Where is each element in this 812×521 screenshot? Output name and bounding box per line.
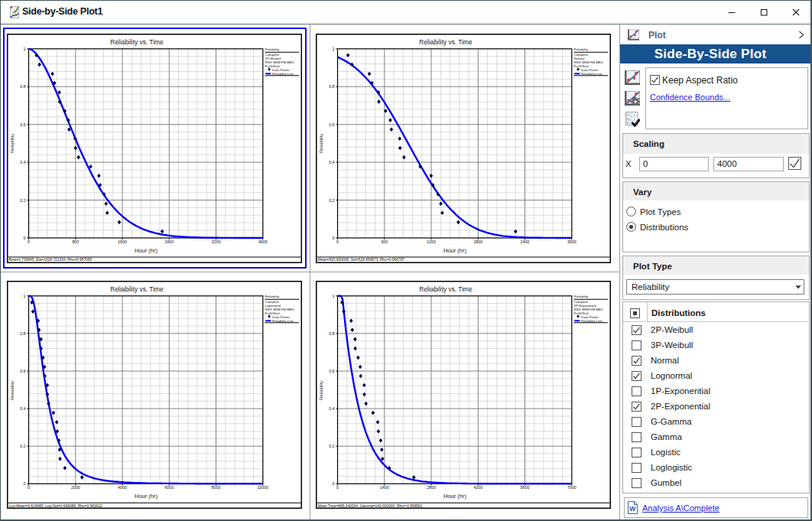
svg-text:3000: 3000 — [567, 239, 577, 244]
svg-text:0.6: 0.6 — [20, 122, 25, 127]
svg-text:Mean=903.900009, Std=528.86967: Mean=903.900009, Std=528.869673, Rho=0.9… — [318, 258, 405, 262]
svg-text:0.2: 0.2 — [20, 444, 25, 448]
svg-text:0.2: 0.2 — [20, 198, 25, 203]
svg-text:0.4: 0.4 — [20, 160, 25, 164]
svg-text:20: 20 — [626, 112, 630, 116]
svg-text:Hour (hr): Hour (hr) — [135, 247, 158, 254]
svg-text:Reliability: Reliability — [574, 295, 589, 298]
svg-text:2400: 2400 — [521, 239, 530, 244]
svg-text:Beta=1.739945, Eta=1026.721334: Beta=1.739945, Eta=1026.721334, Rho=0.98… — [9, 258, 93, 262]
svg-text:10000: 10000 — [257, 485, 268, 490]
svg-text:0: 0 — [28, 485, 30, 490]
svg-text:0.2: 0.2 — [329, 444, 334, 448]
svg-text:Reliability vs. Time: Reliability vs. Time — [110, 285, 164, 293]
svg-text:Reliability vs. Time: Reliability vs. Time — [419, 38, 473, 46]
svg-text:0.4: 0.4 — [329, 160, 334, 164]
svg-text:0.4: 0.4 — [329, 406, 334, 411]
svg-text:0.6: 0.6 — [329, 369, 334, 373]
svg-text:30: 30 — [626, 117, 630, 121]
svg-text:Reliability: Reliability — [265, 47, 280, 51]
svg-text:1600: 1600 — [118, 239, 127, 244]
svg-text:0.8: 0.8 — [20, 331, 25, 336]
svg-text:Hour (hr): Hour (hr) — [443, 493, 467, 500]
svg-text:5600: 5600 — [521, 485, 530, 490]
svg-text:1200: 1200 — [427, 239, 436, 244]
svg-text:Reliability Line: Reliability Line — [272, 72, 294, 76]
svg-text:3200: 3200 — [212, 239, 221, 244]
svg-text:Reliability Line: Reliability Line — [581, 72, 603, 76]
svg-text:Reliability: Reliability — [319, 381, 323, 400]
svg-text:0: 0 — [336, 239, 339, 244]
svg-text:0: 0 — [28, 239, 30, 244]
svg-text:0.4: 0.4 — [20, 406, 25, 411]
svg-text:2400: 2400 — [164, 239, 174, 244]
svg-text:Reliability vs. Time: Reliability vs. Time — [419, 285, 473, 293]
svg-text:0: 0 — [24, 481, 26, 486]
svg-text:1: 1 — [24, 47, 26, 51]
svg-text:8000: 8000 — [212, 485, 221, 490]
svg-text:Reliability Line: Reliability Line — [272, 319, 294, 323]
svg-text:Reliability: Reliability — [319, 134, 323, 153]
svg-text:4000: 4000 — [258, 239, 268, 244]
svg-text:1: 1 — [24, 294, 26, 298]
svg-text:Log-Mean=6.619685, Log-Std=0.6: Log-Mean=6.619685, Log-Std=0.696089, Rho… — [9, 504, 102, 508]
svg-text:6000: 6000 — [164, 485, 174, 490]
svg-text:W: W — [629, 505, 636, 513]
svg-text:1800: 1800 — [473, 239, 482, 244]
svg-text:0.6: 0.6 — [329, 122, 334, 127]
svg-text:Hour (hr): Hour (hr) — [135, 493, 158, 500]
svg-text:Mean Time=685.042004, Gamma=14: Mean Time=685.042004, Gamma=140.000000, … — [318, 504, 423, 508]
svg-text:800: 800 — [72, 239, 79, 244]
svg-text:0: 0 — [336, 485, 339, 490]
svg-text:600: 600 — [381, 239, 388, 244]
svg-text:1: 1 — [333, 294, 335, 298]
svg-text:0.8: 0.8 — [20, 84, 25, 89]
svg-text:0: 0 — [24, 236, 26, 240]
svg-text:Reliability: Reliability — [265, 295, 280, 298]
svg-text:Reliability vs. Time: Reliability vs. Time — [110, 38, 164, 46]
svg-text:1: 1 — [333, 47, 335, 51]
svg-text:2800: 2800 — [427, 485, 436, 490]
svg-text:0: 0 — [333, 236, 335, 240]
svg-text:4200: 4200 — [473, 485, 482, 490]
svg-text:4000: 4000 — [118, 485, 127, 490]
svg-text:Reliability: Reliability — [574, 47, 589, 51]
svg-text:0.6: 0.6 — [20, 369, 25, 373]
svg-text:Reliability Line: Reliability Line — [581, 319, 603, 323]
svg-text:Reliability: Reliability — [10, 381, 15, 400]
svg-text:0: 0 — [333, 481, 335, 486]
svg-text:0.8: 0.8 — [329, 84, 334, 89]
svg-text:1400: 1400 — [380, 485, 389, 490]
svg-text:2000: 2000 — [71, 485, 80, 490]
svg-text:Reliability: Reliability — [10, 134, 15, 153]
svg-text:0.8: 0.8 — [329, 331, 334, 336]
svg-text:Hour (hr): Hour (hr) — [443, 247, 467, 254]
svg-text:0.2: 0.2 — [329, 198, 334, 203]
svg-text:40: 40 — [626, 121, 630, 125]
svg-text:7000: 7000 — [567, 485, 577, 490]
